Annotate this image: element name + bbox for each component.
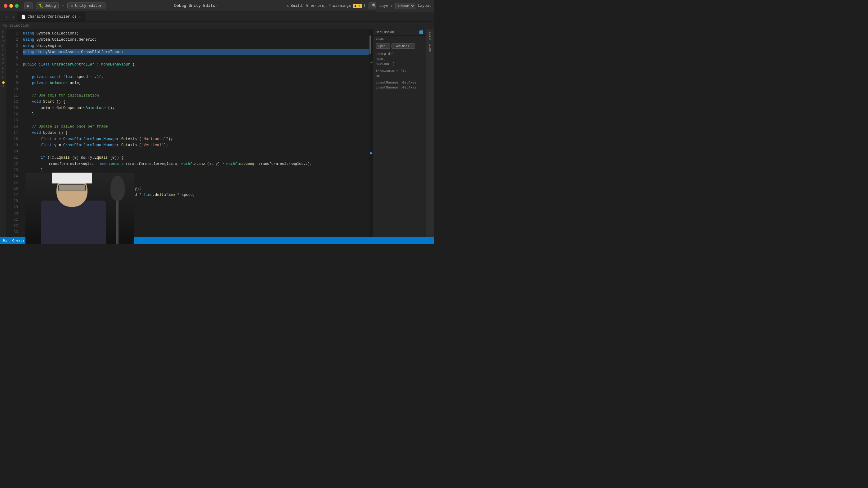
title-bar: ▶ 🐛 Debug • ⊞ Unity Editor Debug Unity E… (0, 0, 434, 12)
rp-item: t<Animator> (); (373, 66, 426, 73)
code-line: void Update () { (23, 130, 369, 136)
minimize-button[interactable] (9, 4, 13, 8)
code-line: using System.Collections.Generic; (23, 37, 369, 43)
rp-item: lnputManager.GetAxis (373, 85, 426, 90)
unity-icon: ⊞ (71, 4, 73, 8)
build-status: ⚠ Build: 0 errors, 4 warnings ▲ 4 ℹ (287, 3, 366, 8)
code-line: if (!x.Equals (0) && !y.Equals (0)) { (23, 154, 369, 161)
unit-tests-panel: Unit Tests (426, 29, 434, 244)
line-numbers: 12345 678910 1112131415 1617181920 21222… (7, 29, 21, 244)
debug-label: Debug (45, 4, 56, 8)
unity-editor-label: Unity Editor (75, 4, 102, 8)
code-line: anim = GetComponent<Animator> (); (23, 105, 369, 111)
file-icon: 📄 (21, 15, 26, 19)
tab-close-button[interactable]: ✕ (79, 15, 81, 19)
code-line: private Animator anim; (23, 80, 369, 86)
sidebar-icon-m[interactable]: M (2, 62, 4, 65)
right-panel: Occlusion ings Open... Execution C... .h… (373, 29, 426, 244)
sidebar-icon-1[interactable]: H (2, 30, 4, 34)
code-line (23, 68, 369, 74)
debug-badge[interactable]: 🐛 Debug (36, 2, 59, 9)
unit-tests-label: Unit Tests (428, 32, 432, 52)
left-sidebar: H ▶ Cr ▶ S ▶ D M ▶ Pr ▶ R (0, 29, 7, 244)
code-line: transform.eulerAngles = new Vector3 (tra… (23, 161, 369, 167)
window-title: Debug Unity Editor (174, 3, 217, 8)
rp-item: .harp.dll (373, 52, 426, 57)
expand-arrow[interactable]: ▶ (370, 150, 373, 155)
sidebar-icon-r[interactable]: R (2, 85, 4, 88)
code-line (23, 148, 369, 154)
code-line: void Start () { (23, 99, 369, 105)
editor-area[interactable]: 12345 678910 1112131415 1617181920 21222… (7, 29, 373, 244)
editor-scrollbar[interactable]: ✓ ▶ (369, 29, 373, 244)
tab-bar: ‹ › 📄 CharacterController.cs ✕ (0, 12, 434, 22)
code-line: float y = CrossPlatformInputManager.GetA… (23, 142, 369, 148)
code-line: } (23, 111, 369, 117)
layout-label: Layout (418, 4, 431, 8)
rp-item: nput; (373, 57, 426, 61)
maximize-button[interactable] (15, 4, 19, 8)
sidebar-expand-2[interactable]: ▶ (2, 44, 4, 48)
no-selection-bar: No selection (0, 22, 434, 30)
strings-section: ings (376, 37, 384, 41)
rp-item: me (373, 73, 426, 78)
open-button[interactable]: Open... (376, 44, 390, 49)
tab-next-button[interactable]: › (10, 12, 18, 22)
info-icon: ℹ (364, 3, 366, 8)
divider: • (62, 3, 64, 8)
layers-select[interactable]: Default (395, 3, 415, 9)
code-line: } (23, 167, 369, 173)
warning-count-badge: ▲ 4 (353, 4, 362, 8)
play-button[interactable]: ▶ (24, 2, 33, 9)
traffic-lights (4, 4, 19, 8)
warning-icon: ⚠ (287, 3, 289, 8)
code-line: public class CharacterController : MonoB… (23, 61, 369, 68)
code-line: // Update is called once per frame (23, 123, 369, 130)
rp-item: lnputManager.GetAxis (373, 78, 426, 85)
sidebar-icon-s[interactable]: S (2, 49, 4, 52)
no-selection-text: No selection (2, 24, 29, 28)
sidebar-expand-5[interactable]: ▶ (2, 76, 4, 79)
tab-filename: CharacterController.cs (28, 15, 76, 19)
sidebar-expand-1[interactable]: ▶ (2, 35, 4, 38)
code-line-highlighted: using UnityStandardAssets.CrossPlatformI… (23, 49, 369, 55)
sidebar-icon-pr[interactable]: Pr (2, 71, 5, 74)
file-tab[interactable]: 📄 CharacterController.cs ✕ (18, 12, 85, 22)
unity-editor-button[interactable]: ⊞ Unity Editor (67, 2, 105, 9)
build-status-text: Build: 0 errors, 4 warnings (291, 4, 351, 8)
status-hide: Hi (3, 239, 7, 242)
execution-conf-button[interactable]: Execution C... (392, 44, 415, 49)
code-line: float x = CrossPlatformInputManager.GetA… (23, 136, 369, 142)
code-line: using System.Collections; (23, 30, 369, 37)
close-button[interactable] (4, 4, 7, 8)
sidebar-icon-create[interactable]: Cr (2, 40, 5, 43)
code-line: using UnityEngine; (23, 43, 369, 49)
check-mark: ✓ (370, 60, 373, 65)
hide-label: Hi (3, 239, 7, 242)
code-line (23, 55, 369, 61)
panel-toggle[interactable] (420, 30, 423, 34)
occlusion-label: Occlusion (376, 30, 394, 34)
scrollbar-thumb[interactable] (370, 35, 371, 54)
code-line (23, 117, 369, 123)
code-line: private const float speed = .1f; (23, 74, 369, 80)
sidebar-expand-4[interactable]: ▶ (2, 66, 4, 70)
sidebar-icon-d[interactable]: D (2, 58, 4, 61)
status-create: Create (12, 239, 25, 242)
code-line: // Use this for initialization (23, 92, 369, 99)
code-line (23, 86, 369, 92)
main-layout: H ▶ Cr ▶ S ▶ D M ▶ Pr ▶ R 12345 678910 1… (0, 29, 434, 244)
rp-item: haviour { (373, 61, 426, 66)
create-label: Create (12, 239, 25, 242)
debug-icon: 🐛 (39, 3, 43, 8)
sidebar-expand-3[interactable]: ▶ (2, 53, 4, 57)
tab-prev-button[interactable]: ‹ (2, 12, 10, 22)
webcam-overlay (25, 173, 134, 244)
sidebar-breakpoint (2, 81, 5, 84)
layers-label: Layers (379, 4, 393, 8)
